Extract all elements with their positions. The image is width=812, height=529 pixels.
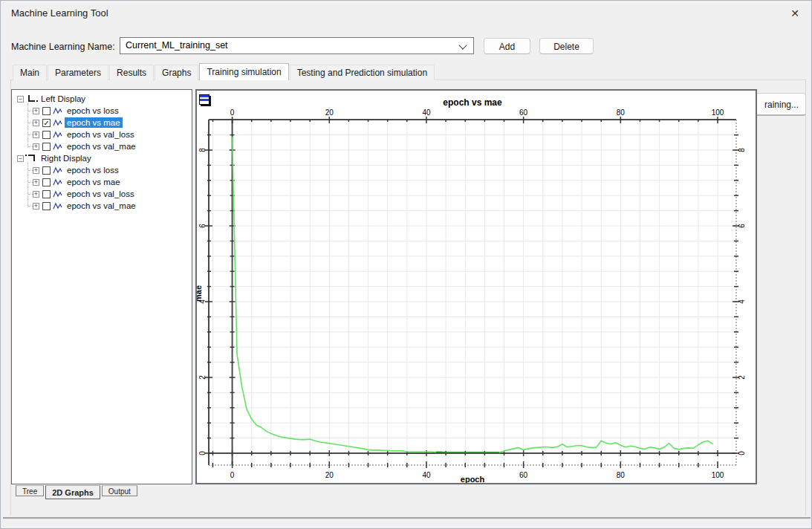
- x-tick-label-top: 20: [325, 108, 334, 117]
- tree-item-left-display-epoch-vs-loss[interactable]: +epoch vs loss: [22, 105, 192, 117]
- tree-item-right-display-epoch-vs-mae[interactable]: +epoch vs mae: [22, 176, 192, 188]
- expand-toggle-icon[interactable]: +: [33, 132, 39, 138]
- y-tick-label-right: 2: [738, 375, 746, 380]
- chevron-down-icon: [458, 41, 467, 49]
- y-tick-label-right: 6: [738, 224, 746, 228]
- curve-icon: [53, 107, 62, 115]
- tree-group-label[interactable]: Left Display: [39, 94, 88, 104]
- collapse-toggle-icon[interactable]: −: [17, 155, 24, 162]
- curve-icon: [53, 190, 62, 198]
- curve-icon: [53, 143, 62, 151]
- chart-panel: 0020204040606080801001000022446688epoch …: [195, 89, 757, 484]
- chart-title: epoch vs mae: [443, 97, 502, 108]
- tree-group-label[interactable]: Right Display: [39, 153, 94, 163]
- tree-item-label[interactable]: epoch vs loss: [65, 106, 121, 116]
- checkbox[interactable]: [42, 190, 51, 198]
- curve-icon: [53, 178, 62, 186]
- curve-icon: [53, 202, 62, 210]
- y-axis-label: mae: [197, 285, 203, 302]
- expand-toggle-icon[interactable]: +: [33, 179, 39, 186]
- ml-name-label: Machine Learning Name:: [11, 39, 115, 55]
- tab-results[interactable]: Results: [109, 65, 154, 80]
- bottom-tab-output[interactable]: Output: [102, 485, 137, 496]
- title-bar: Machine Learning Tool ✕: [1, 1, 811, 26]
- x-tick-label-bottom: 20: [325, 471, 334, 479]
- plot-properties-icon[interactable]: [199, 94, 210, 105]
- checkbox[interactable]: [42, 107, 51, 115]
- x-tick-label-bottom: 100: [712, 471, 724, 479]
- y-tick-label-left: 0: [198, 451, 207, 455]
- curve-icon: [53, 131, 62, 139]
- curve-icon: [53, 119, 62, 127]
- tree-item-left-display-epoch-vs-val-loss[interactable]: +epoch vs val_loss: [22, 129, 192, 140]
- right-display-icon: [28, 155, 35, 161]
- x-tick-label-bottom: 0: [230, 471, 235, 479]
- x-tick-label-bottom: 60: [519, 471, 528, 479]
- training-chart: 0020204040606080801001000022446688epoch …: [197, 91, 756, 483]
- tree-item-label[interactable]: epoch vs val_loss: [65, 189, 137, 199]
- bottom-tab-bar: Tree2D GraphsOutput: [16, 485, 139, 499]
- x-tick-label-bottom: 40: [422, 471, 431, 479]
- expand-toggle-icon[interactable]: +: [33, 108, 39, 114]
- bottom-tab-tree[interactable]: Tree: [16, 485, 44, 496]
- delete-button[interactable]: Delete: [539, 38, 594, 54]
- tree-item-label[interactable]: epoch vs val_loss: [65, 129, 137, 140]
- tree-item-left-display-epoch-vs-val-mae[interactable]: +epoch vs val_mae: [22, 140, 192, 152]
- close-icon[interactable]: ✕: [787, 6, 802, 21]
- y-tick-label-left: 8: [198, 148, 207, 152]
- expand-toggle-icon[interactable]: +: [33, 203, 39, 210]
- y-tick-label-right: 0: [738, 451, 746, 455]
- tree-item-label[interactable]: epoch vs loss: [65, 165, 121, 175]
- tree-item-label[interactable]: epoch vs mae: [65, 117, 123, 128]
- x-tick-label-top: 0: [230, 108, 235, 117]
- x-tick-label-top: 40: [422, 108, 431, 117]
- x-tick-label-top: 60: [519, 108, 528, 117]
- tree-item-left-display-epoch-vs-mae[interactable]: +✓epoch vs mae: [22, 117, 192, 129]
- tree-item-right-display-epoch-vs-val-mae[interactable]: +epoch vs val_mae: [22, 200, 192, 212]
- main-tab-bar: MainParametersResultsGraphsTraining simu…: [13, 63, 435, 80]
- tab-graphs[interactable]: Graphs: [155, 65, 198, 80]
- expand-toggle-icon[interactable]: +: [33, 120, 39, 126]
- y-tick-label-left: 2: [198, 375, 207, 380]
- tree-item-label[interactable]: epoch vs val_mae: [65, 141, 138, 152]
- bottom-tab-2d-graphs[interactable]: 2D Graphs: [45, 485, 100, 499]
- tree-item-right-display-epoch-vs-val-loss[interactable]: +epoch vs val_loss: [22, 188, 192, 200]
- x-tick-label-top: 100: [712, 108, 724, 117]
- checkbox[interactable]: [42, 131, 51, 139]
- x-tick-label-bottom: 80: [617, 471, 626, 479]
- tree-group-right-display[interactable]: −Right Display: [17, 152, 192, 164]
- curve-icon: [53, 166, 62, 175]
- mae-line: [233, 137, 713, 452]
- machine-learning-tool-window: Machine Learning Tool ✕ Machine Learning…: [0, 0, 812, 529]
- y-tick-label-left: 6: [198, 224, 207, 228]
- ml-name-value: Current_ML_training_set: [126, 38, 228, 53]
- tree-item-label[interactable]: epoch vs val_mae: [65, 201, 138, 211]
- window-title: Machine Learning Tool: [11, 1, 108, 26]
- checkbox[interactable]: [42, 178, 51, 186]
- x-tick-label-top: 80: [617, 108, 626, 117]
- checkbox[interactable]: [42, 202, 51, 210]
- mae-line-on-axis: [436, 452, 499, 453]
- tab-main[interactable]: Main: [13, 65, 47, 80]
- tree-group-left-display[interactable]: −Left Display: [17, 93, 192, 105]
- graph-tree-panel: −Left Display+epoch vs loss+✓epoch vs ma…: [11, 89, 192, 484]
- tab-training-simulation[interactable]: Training simulation: [199, 63, 288, 80]
- tab-parameters[interactable]: Parameters: [48, 65, 108, 80]
- x-axis-label: epoch: [461, 475, 485, 483]
- bottom-divider: [3, 517, 811, 519]
- expand-toggle-icon[interactable]: +: [33, 143, 39, 150]
- tree-item-label[interactable]: epoch vs mae: [65, 177, 123, 187]
- add-button[interactable]: Add: [484, 38, 530, 54]
- expand-toggle-icon[interactable]: +: [33, 191, 39, 198]
- checkbox[interactable]: [42, 143, 51, 151]
- tab-testing-and-prediction-simulation[interactable]: Testing and Prediction simulation: [290, 65, 435, 80]
- expand-toggle-icon[interactable]: +: [33, 167, 39, 174]
- y-tick-label-right: 8: [738, 148, 746, 152]
- collapse-toggle-icon[interactable]: −: [17, 96, 24, 103]
- checkbox[interactable]: ✓: [42, 119, 51, 127]
- checkbox[interactable]: [42, 166, 51, 175]
- left-display-icon: [28, 95, 35, 102]
- ml-name-combobox[interactable]: Current_ML_training_set: [120, 37, 474, 54]
- tree-item-right-display-epoch-vs-loss[interactable]: +epoch vs loss: [22, 164, 192, 176]
- y-tick-label-right: 4: [738, 299, 746, 304]
